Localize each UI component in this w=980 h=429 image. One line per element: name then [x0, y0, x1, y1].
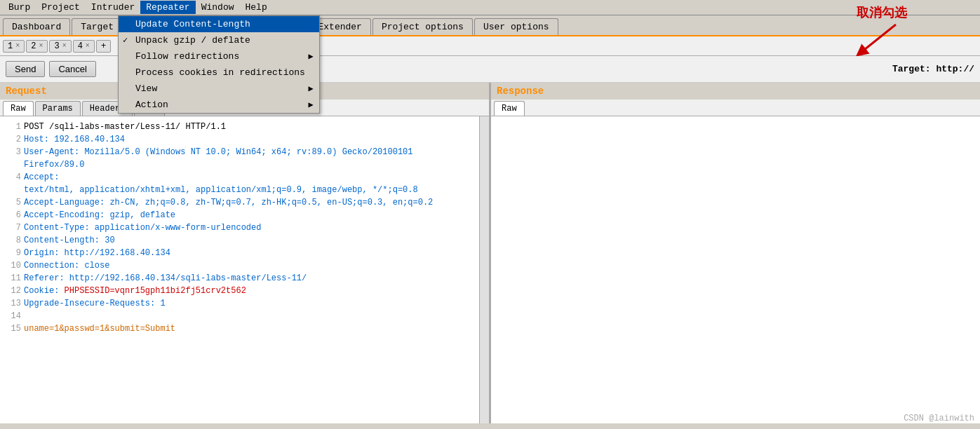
response-panel: Response Raw — [491, 83, 980, 423]
dropdown-follow-redirections[interactable]: Follow redirections ▶ — [119, 48, 319, 64]
main-area: Request Raw Params Headers Hex 1POST /sq… — [0, 83, 980, 423]
add-repeater-tab[interactable]: + — [96, 40, 111, 53]
dropdown-unpack-gzip[interactable]: ✓ Unpack gzip / deflate — [119, 32, 319, 48]
menubar-window[interactable]: Window — [196, 1, 240, 14]
action-arrow-icon: ▶ — [309, 100, 314, 110]
code-line-6: 6Accept-Encoding: gzip, deflate — [7, 209, 482, 222]
response-title: Response — [491, 83, 980, 100]
response-body[interactable] — [491, 116, 980, 423]
menubar-burp[interactable]: Burp — [3, 1, 36, 14]
cancel-button[interactable]: Cancel — [49, 61, 95, 77]
repeater-tab-4[interactable]: 4 × — [73, 40, 95, 53]
menubar-intruder[interactable]: Intruder — [86, 1, 140, 14]
repeater-tab-1[interactable]: 1 × — [3, 40, 25, 53]
menubar-help[interactable]: Help — [239, 1, 272, 14]
code-line-4: 4Accept: — [7, 171, 482, 184]
close-tab-4-icon[interactable]: × — [86, 42, 90, 50]
unpack-checkmark: ✓ — [123, 35, 128, 46]
code-line-11: 11Referer: http://192.168.40.134/sqli-la… — [7, 272, 482, 285]
tab-user-options[interactable]: User options — [474, 18, 558, 35]
request-code-area: 1POST /sqli-labs-master/Less-11/ HTTP/1.… — [3, 119, 486, 336]
code-line-10: 10Connection: close — [7, 259, 482, 272]
dropdown-menu: Update Content-Length ✓ Unpack gzip / de… — [118, 15, 320, 114]
code-line-3b: Firefox/89.0 — [7, 158, 482, 171]
request-tab-params[interactable]: Params — [35, 101, 81, 116]
send-button[interactable]: Send — [6, 61, 45, 77]
tab-target[interactable]: Target — [72, 18, 123, 35]
response-sub-tabs: Raw — [491, 100, 980, 116]
code-line-7: 7Content-Type: application/x-www-form-ur… — [7, 222, 482, 234]
menubar-project[interactable]: Project — [36, 1, 86, 14]
code-line-14: 14 — [7, 310, 482, 322]
tab-project-options[interactable]: Project options — [372, 18, 473, 35]
dropdown-action[interactable]: Action ▶ — [119, 97, 319, 113]
close-tab-3-icon[interactable]: × — [62, 42, 67, 50]
follow-arrow-icon: ▶ — [309, 51, 314, 62]
code-line-4b: text/html, application/xhtml+xml, applic… — [7, 184, 482, 196]
view-arrow-icon: ▶ — [309, 83, 314, 94]
code-line-12: 12Cookie: PHPSESSID=vqnr15gph11bi2fj51cr… — [7, 285, 482, 297]
target-label: Target: http:// — [892, 64, 974, 74]
menubar: Burp Project Intruder Repeater Window He… — [0, 0, 980, 15]
request-panel: Request Raw Params Headers Hex 1POST /sq… — [0, 83, 491, 423]
watermark: CSDN @lainwith — [904, 414, 974, 423]
request-body[interactable]: 1POST /sqli-labs-master/Less-11/ HTTP/1.… — [0, 116, 489, 423]
code-line-3: 3User-Agent: Mozilla/5.0 (Windows NT 10.… — [7, 146, 482, 158]
close-tab-1-icon[interactable]: × — [15, 42, 20, 50]
code-line-13: 13Upgrade-Insecure-Requests: 1 — [7, 297, 482, 310]
close-tab-2-icon[interactable]: × — [39, 42, 43, 50]
menubar-repeater[interactable]: Repeater — [140, 1, 195, 14]
response-tab-raw[interactable]: Raw — [494, 101, 525, 116]
request-scrollbar[interactable] — [479, 116, 489, 423]
repeater-tab-3[interactable]: 3 × — [49, 40, 71, 53]
request-tab-raw[interactable]: Raw — [3, 101, 34, 116]
tab-dashboard[interactable]: Dashboard — [3, 18, 70, 35]
code-line-5: 5Accept-Language: zh-CN, zh;q=0.8, zh-TW… — [7, 196, 482, 209]
dropdown-view[interactable]: View ▶ — [119, 81, 319, 97]
code-line-8: 8Content-Length: 30 — [7, 234, 482, 247]
code-line-15: 15uname=1&passwd=1&submit=Submit — [7, 322, 482, 335]
repeater-tab-2[interactable]: 2 × — [26, 40, 48, 53]
dropdown-update-content-length[interactable]: Update Content-Length — [119, 16, 319, 32]
code-line-2: 2Host: 192.168.40.134 — [7, 133, 482, 146]
code-line-1: 1POST /sqli-labs-master/Less-11/ HTTP/1.… — [7, 121, 482, 133]
dropdown-process-cookies[interactable]: Process cookies in redirections — [119, 64, 319, 81]
code-line-9: 9Origin: http://192.168.40.134 — [7, 247, 482, 259]
